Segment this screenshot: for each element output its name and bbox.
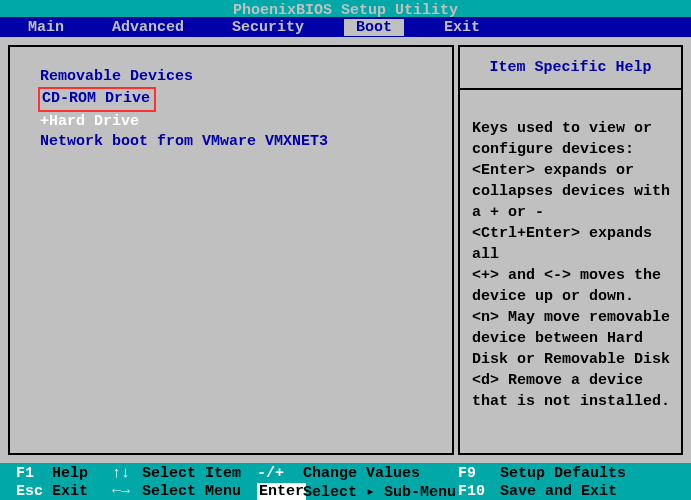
desc-setup-defaults: Setup Defaults: [500, 465, 626, 482]
key-updown: ↑↓: [112, 465, 142, 482]
desc-save-exit: Save and Exit: [500, 483, 617, 500]
help-title: Item Specific Help: [460, 47, 681, 90]
footer: F1 Help ↑↓ Select Item -/+ Change Values…: [0, 463, 691, 500]
boot-item-0[interactable]: Removable Devices: [40, 67, 193, 87]
footer-row-1: F1 Help ↑↓ Select Item -/+ Change Values…: [16, 464, 683, 482]
boot-item-1[interactable]: CD-ROM Drive: [42, 89, 150, 109]
desc-change-values: Change Values: [303, 465, 458, 482]
desc-exit: Exit: [52, 483, 112, 500]
key-plusminus: -/+: [257, 465, 303, 482]
app-title: PhoenixBIOS Setup Utility: [233, 2, 458, 19]
menu-boot[interactable]: Boot: [344, 19, 404, 36]
key-f9: F9: [458, 465, 500, 482]
desc-select-item: Select Item: [142, 465, 257, 482]
help-panel: Item Specific Help Keys used to view or …: [458, 45, 683, 455]
boot-item-2[interactable]: +Hard Drive: [40, 112, 139, 132]
highlight-box: CD-ROM Drive: [38, 87, 156, 111]
boot-item-3[interactable]: Network boot from VMware VMXNET3: [40, 132, 328, 152]
desc-help: Help: [52, 465, 112, 482]
key-f1: F1: [16, 465, 52, 482]
desc-sub-menu: Select ▸ Sub-Menu: [303, 482, 458, 501]
key-enter: Enter: [257, 483, 303, 500]
key-leftright: ←→: [112, 483, 142, 500]
menu-main[interactable]: Main: [20, 19, 72, 36]
menu-bar: MainAdvancedSecurityBootExit: [0, 17, 691, 37]
menu-exit[interactable]: Exit: [436, 19, 488, 36]
key-f10: F10: [458, 483, 500, 500]
boot-order-panel: Removable Devices CD-ROM Drive+Hard Driv…: [8, 45, 454, 455]
menu-security[interactable]: Security: [224, 19, 312, 36]
title-bar: PhoenixBIOS Setup Utility: [0, 0, 691, 17]
key-esc: Esc: [16, 483, 52, 500]
menu-advanced[interactable]: Advanced: [104, 19, 192, 36]
footer-row-2: Esc Exit ←→ Select Menu Enter Select ▸ S…: [16, 482, 683, 500]
content-area: Removable Devices CD-ROM Drive+Hard Driv…: [0, 37, 691, 463]
desc-select-menu: Select Menu: [142, 483, 257, 500]
help-body: Keys used to view or configure devices:<…: [460, 90, 681, 420]
